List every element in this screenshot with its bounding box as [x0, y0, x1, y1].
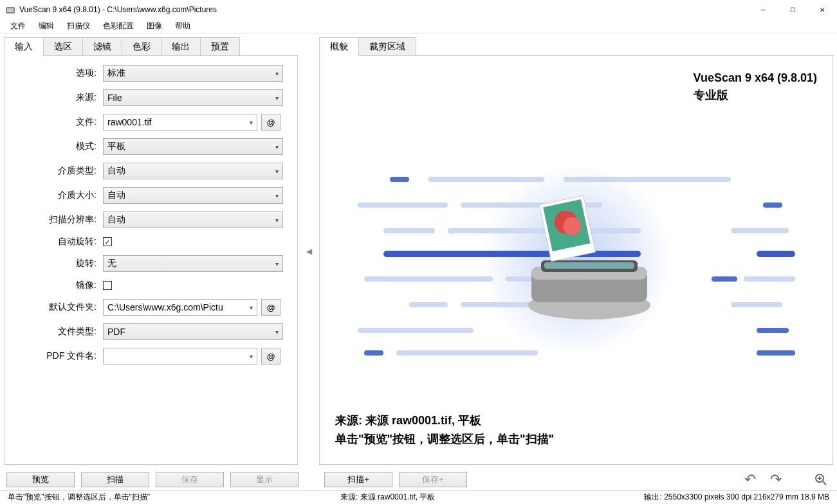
preview-button[interactable]: 预览 — [6, 472, 75, 487]
save-button[interactable]: 保存 — [156, 472, 224, 487]
mirror-label: 镜像: — [12, 280, 99, 291]
menu-edit[interactable]: 编辑 — [33, 19, 59, 33]
svg-rect-11 — [731, 228, 789, 233]
rotate-combo[interactable]: 无▾ — [103, 255, 283, 272]
undo-button[interactable]: ↶ — [740, 472, 760, 487]
menu-color[interactable]: 色彩配置 — [98, 19, 139, 33]
svg-rect-20 — [731, 302, 782, 307]
preview-title: VueScan 9 x64 (9.8.01) — [694, 71, 817, 85]
svg-rect-23 — [364, 350, 383, 356]
status-hint: 单击"预览"按钮，调整选区后，单击"扫描" — [3, 492, 155, 503]
scanner-illustration — [335, 122, 817, 399]
svg-rect-16 — [712, 276, 737, 282]
mode-label: 模式: — [12, 141, 99, 152]
titlebar: VueScan 9 x64 (9.8.01) - C:\Users\www.x6… — [0, 0, 837, 19]
folder-browse-button[interactable]: @ — [261, 299, 281, 316]
status-output: 输出: 2550x3300 pixels 300 dpi 216x279 mm … — [639, 492, 834, 503]
media-size-combo[interactable]: 自动▾ — [103, 187, 283, 204]
chevron-down-icon: ▾ — [275, 143, 279, 150]
left-panel: 输入 选区 滤镜 色彩 输出 预置 选项: 标准▾ 来源: File▾ 文件: … — [0, 33, 302, 469]
scan-res-label: 扫描分辨率: — [12, 214, 99, 226]
source-label: 来源: — [12, 92, 99, 104]
pdf-name-input[interactable]: ▾ — [103, 348, 257, 364]
scan-plus-button[interactable]: 扫描+ — [324, 472, 392, 487]
chevron-down-icon: ▾ — [275, 70, 279, 77]
chevron-down-icon: ▾ — [250, 353, 253, 360]
file-label: 文件: — [12, 116, 99, 128]
auto-rotate-checkbox[interactable]: ✓ — [103, 237, 112, 246]
svg-rect-25 — [757, 350, 795, 356]
file-input[interactable]: raw0001.tif▾ — [103, 114, 257, 130]
svg-line-36 — [823, 482, 826, 485]
tab-overview[interactable]: 概貌 — [319, 37, 359, 56]
tab-color[interactable]: 色彩 — [122, 37, 161, 56]
svg-rect-21 — [358, 328, 474, 333]
svg-rect-3 — [390, 177, 409, 182]
menubar: 文件 编辑 扫描仪 色彩配置 图像 帮助 — [0, 19, 837, 33]
tab-filter[interactable]: 滤镜 — [82, 37, 122, 56]
source-combo[interactable]: File▾ — [103, 89, 283, 106]
minimize-button[interactable]: ─ — [748, 0, 778, 19]
file-type-label: 文件类型: — [12, 326, 99, 338]
default-folder-input[interactable]: C:\Users\www.x6g.com\Pictu▾ — [103, 299, 257, 316]
save-plus-button[interactable]: 保存+ — [399, 472, 467, 487]
svg-rect-1 — [7, 8, 14, 12]
file-browse-button[interactable]: @ — [261, 114, 281, 130]
preview-area: VueScan 9 x64 (9.8.01) 专业版 — [319, 55, 833, 465]
file-type-combo[interactable]: PDF▾ — [103, 323, 283, 340]
close-button[interactable]: ✕ — [807, 0, 837, 19]
svg-rect-12 — [383, 251, 641, 257]
left-tabs: 输入 选区 滤镜 色彩 输出 预置 — [4, 37, 298, 56]
scan-button[interactable]: 扫描 — [81, 472, 149, 487]
scan-res-combo[interactable]: 自动▾ — [103, 212, 283, 228]
svg-rect-19 — [461, 302, 538, 307]
redo-button[interactable]: ↷ — [766, 472, 786, 487]
options-combo[interactable]: 标准▾ — [103, 65, 283, 82]
rotate-label: 旋转: — [12, 258, 99, 269]
mirror-checkbox[interactable] — [103, 281, 112, 290]
right-panel: 概貌 裁剪区域 VueScan 9 x64 (9.8.01) 专业版 — [315, 33, 837, 469]
tab-input[interactable]: 输入 — [4, 37, 44, 56]
chevron-down-icon: ▾ — [275, 168, 279, 175]
display-button[interactable]: 显示 — [230, 472, 299, 487]
media-type-combo[interactable]: 自动▾ — [103, 163, 283, 179]
zoom-button[interactable] — [811, 472, 831, 487]
svg-rect-5 — [564, 177, 731, 182]
preview-subtitle: 专业版 — [694, 87, 817, 103]
splitter[interactable]: ◀ — [302, 33, 315, 469]
window-title: VueScan 9 x64 (9.8.01) - C:\Users\www.x6… — [19, 5, 748, 14]
mode-combo[interactable]: 平板▾ — [103, 138, 283, 155]
pdf-name-label: PDF 文件名: — [12, 350, 99, 362]
menu-image[interactable]: 图像 — [142, 19, 167, 33]
svg-rect-13 — [757, 251, 795, 257]
chevron-down-icon: ▾ — [275, 260, 279, 267]
svg-rect-30 — [544, 262, 634, 269]
svg-rect-4 — [428, 177, 544, 182]
svg-rect-18 — [409, 302, 448, 307]
svg-rect-14 — [364, 276, 493, 282]
svg-rect-6 — [358, 203, 448, 208]
svg-rect-9 — [383, 228, 435, 233]
default-folder-label: 默认文件夹: — [12, 302, 99, 313]
menu-file[interactable]: 文件 — [5, 19, 31, 33]
tab-crop[interactable]: 裁剪区域 — [358, 37, 416, 56]
pdf-name-button[interactable]: @ — [261, 348, 281, 364]
right-tabs: 概貌 裁剪区域 — [319, 37, 833, 56]
menu-scanner[interactable]: 扫描仪 — [62, 19, 95, 33]
maximize-button[interactable]: ☐ — [778, 0, 807, 19]
svg-rect-24 — [396, 350, 538, 356]
status-source: 来源: 来源 raw0001.tif, 平板 — [335, 492, 440, 503]
tab-preset[interactable]: 预置 — [200, 37, 240, 56]
preview-hint-text: 单击"预览"按钮，调整选区后，单击"扫描" — [335, 430, 817, 449]
svg-rect-22 — [757, 328, 789, 333]
options-label: 选项: — [12, 68, 99, 79]
media-type-label: 介质类型: — [12, 165, 99, 177]
auto-rotate-label: 自动旋转: — [12, 236, 99, 248]
chevron-down-icon: ▾ — [250, 119, 253, 126]
tab-output[interactable]: 输出 — [161, 37, 201, 56]
chevron-down-icon: ▾ — [275, 192, 279, 199]
menu-help[interactable]: 帮助 — [170, 19, 196, 33]
tab-selection[interactable]: 选区 — [43, 37, 83, 56]
chevron-down-icon: ▾ — [250, 304, 253, 311]
svg-rect-17 — [744, 276, 795, 282]
